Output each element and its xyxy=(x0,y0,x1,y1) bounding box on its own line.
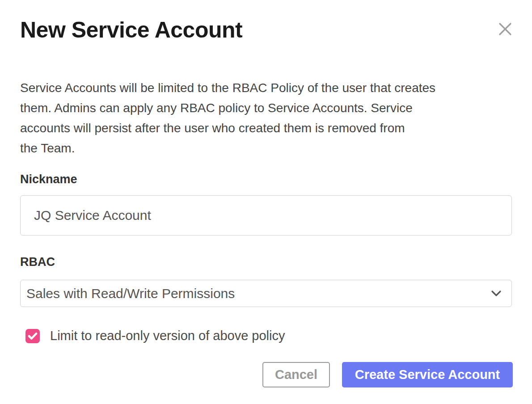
modal-title: New Service Account xyxy=(20,19,512,41)
cancel-button[interactable]: Cancel xyxy=(262,362,330,387)
close-button[interactable] xyxy=(498,22,512,36)
modal-footer: Cancel Create Service Account xyxy=(20,362,513,387)
chevron-down-icon xyxy=(491,290,502,297)
description-line: accounts will persist after the user who… xyxy=(20,118,512,138)
description-line: the Team. xyxy=(20,138,512,158)
readonly-checkbox-row[interactable]: Limit to read-only version of above poli… xyxy=(25,328,512,343)
new-service-account-modal: New Service Account Service Accounts wil… xyxy=(0,0,532,404)
description-line: Service Accounts will be limited to the … xyxy=(20,78,512,98)
readonly-checkbox-label: Limit to read-only version of above poli… xyxy=(50,328,285,343)
rbac-select[interactable]: Sales with Read/Write Permissions xyxy=(20,280,512,307)
close-icon xyxy=(498,22,512,36)
rbac-selected-value: Sales with Read/Write Permissions xyxy=(26,286,235,301)
rbac-label: RBAC xyxy=(20,255,512,269)
checkmark-icon xyxy=(28,332,38,340)
nickname-input[interactable] xyxy=(20,195,512,236)
readonly-checkbox[interactable] xyxy=(25,329,40,343)
description-line: them. Admins can apply any RBAC policy t… xyxy=(20,98,512,118)
create-service-account-button[interactable]: Create Service Account xyxy=(342,362,513,387)
modal-description: Service Accounts will be limited to the … xyxy=(20,78,512,158)
nickname-label: Nickname xyxy=(20,173,512,186)
